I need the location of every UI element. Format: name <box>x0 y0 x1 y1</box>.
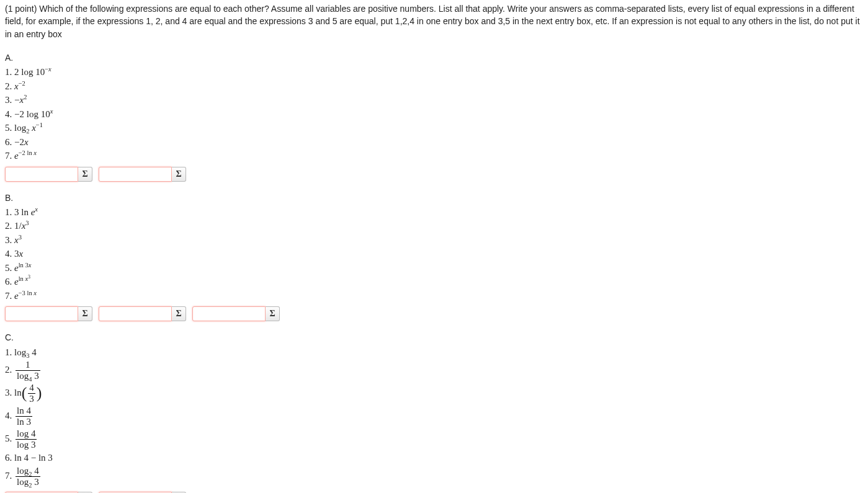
expression-item: 6. ln 4 − ln 3 <box>5 451 863 465</box>
instruction-text: Which of the following expressions are e… <box>5 4 860 39</box>
expression-item: 5. log2 x−1 <box>5 121 863 135</box>
expression-item: 7. e−3 ln x <box>5 289 863 303</box>
expression-item: 4. −2 log 10x <box>5 107 863 122</box>
question-instructions: (1 point) Which of the following express… <box>5 2 863 40</box>
answer-group: Σ <box>5 167 92 182</box>
section-a-items: 1. 2 log 10−x2. x−23. −x24. −2 log 10x5.… <box>5 65 863 163</box>
expression-item: 2. x−2 <box>5 79 863 94</box>
expression-item: 2. 1log4 3 <box>5 359 863 382</box>
section-c: C. 1. log3 42. 1log4 33. ln(43)4. ln 4ln… <box>5 331 863 493</box>
answer-input[interactable] <box>5 306 78 321</box>
expression-item: 1. 3 ln ex <box>5 205 863 220</box>
answer-group: Σ <box>192 306 280 321</box>
points-label: (1 point) <box>5 4 37 14</box>
answer-group: Σ <box>5 306 92 321</box>
sigma-button[interactable]: Σ <box>78 167 92 182</box>
expression-item: 1. 2 log 10−x <box>5 65 863 79</box>
expression-item: 3. −x2 <box>5 93 863 107</box>
section-a: A. 1. 2 log 10−x2. x−23. −x24. −2 log 10… <box>5 51 863 182</box>
expression-item: 1. log3 4 <box>5 345 863 360</box>
section-a-label: A. <box>5 51 863 64</box>
section-b-label: B. <box>5 192 863 204</box>
sigma-button[interactable]: Σ <box>172 167 186 182</box>
expression-item: 3. ln(43) <box>5 382 863 405</box>
answer-group: Σ <box>99 306 186 321</box>
answer-input[interactable] <box>99 306 172 321</box>
expression-item: 7. log2 4log2 3 <box>5 465 863 488</box>
sigma-button[interactable]: Σ <box>172 306 186 321</box>
section-a-answers: ΣΣ <box>5 167 863 182</box>
section-c-label: C. <box>5 331 863 344</box>
expression-item: 6. −2x <box>5 135 863 149</box>
answer-group: Σ <box>99 167 186 182</box>
expression-item: 7. e−2 ln x <box>5 149 863 163</box>
section-b-answers: ΣΣΣ <box>5 306 863 321</box>
expression-item: 4. ln 4ln 3 <box>5 405 863 428</box>
section-c-items: 1. log3 42. 1log4 33. ln(43)4. ln 4ln 35… <box>5 345 863 488</box>
section-b-items: 1. 3 ln ex2. 1/x33. x34. 3x5. eln 3x6. e… <box>5 205 863 303</box>
expression-item: 6. eln x3 <box>5 275 863 289</box>
section-b: B. 1. 3 ln ex2. 1/x33. x34. 3x5. eln 3x6… <box>5 192 863 322</box>
answer-input[interactable] <box>192 306 266 321</box>
expression-item: 2. 1/x3 <box>5 219 863 233</box>
expression-item: 4. 3x <box>5 247 863 261</box>
answer-input[interactable] <box>5 167 78 182</box>
sigma-button[interactable]: Σ <box>78 306 92 321</box>
expression-item: 5. log 4log 3 <box>5 428 863 451</box>
sigma-button[interactable]: Σ <box>266 306 280 321</box>
expression-item: 5. eln 3x <box>5 261 863 275</box>
expression-item: 3. x3 <box>5 233 863 247</box>
answer-input[interactable] <box>99 167 172 182</box>
